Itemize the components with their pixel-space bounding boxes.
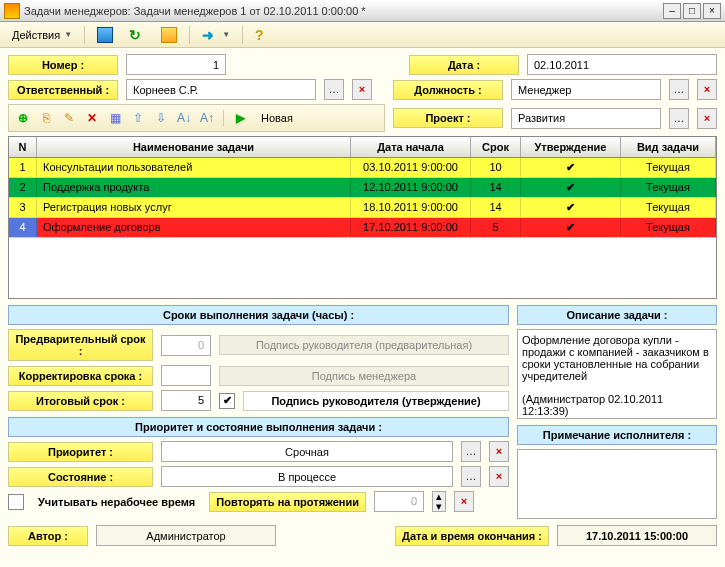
col-duration[interactable]: Срок: [471, 137, 521, 157]
project-label: Проект :: [393, 108, 503, 128]
cell-n: 2: [9, 178, 37, 197]
table-row[interactable]: 3Регистрация новых услуг18.10.2011 9:00:…: [9, 198, 716, 218]
refresh-button[interactable]: ↻: [123, 25, 151, 45]
repeat-clear-button[interactable]: ×: [454, 491, 474, 512]
table-row[interactable]: 1Консультации пользователей03.10.2011 9:…: [9, 158, 716, 178]
goto-button[interactable]: ➜▼: [196, 25, 236, 45]
project-field[interactable]: [511, 108, 661, 129]
state-label: Состояние :: [8, 467, 153, 487]
main-toolbar: Действия ▼ ↻ ➜▼ ?: [0, 22, 725, 48]
new-task-label: Новая: [253, 112, 301, 124]
position-select-button[interactable]: …: [669, 79, 689, 100]
end-label: Дата и время окончания :: [395, 526, 549, 546]
position-field[interactable]: [511, 79, 661, 100]
cell-date: 17.10.2011 9:00:00: [351, 218, 471, 237]
final-value[interactable]: 5: [161, 390, 211, 411]
cell-type: Текущая: [621, 198, 716, 217]
cell-n: 3: [9, 198, 37, 217]
responsible-label: Ответственный :: [8, 80, 118, 100]
note-box[interactable]: [517, 449, 717, 519]
nonwork-checkbox[interactable]: [8, 494, 24, 510]
col-date[interactable]: Дата начала: [351, 137, 471, 157]
minimize-button[interactable]: –: [663, 3, 681, 19]
number-label: Номер :: [8, 55, 118, 75]
description-section-header: Описание задачи :: [517, 305, 717, 325]
save-grid-button[interactable]: ▦: [105, 108, 125, 128]
state-select-button[interactable]: …: [461, 466, 481, 487]
project-select-button[interactable]: …: [669, 108, 689, 129]
app-icon: [4, 3, 20, 19]
edit-button[interactable]: ✎: [59, 108, 79, 128]
repeat-value[interactable]: 0: [374, 491, 424, 512]
table-row[interactable]: 4Оформление договорв17.10.2011 9:00:005✔…: [9, 218, 716, 238]
nonwork-label: Учитывать нерабочее время: [32, 493, 201, 511]
final-label: Итоговый срок :: [8, 391, 153, 411]
cell-approval: ✔: [521, 178, 621, 197]
position-clear-button[interactable]: ×: [697, 79, 717, 100]
description-meta: (Администратор 02.10.2011 12:13:39): [522, 393, 712, 417]
copy-row-button[interactable]: ⎘: [36, 108, 56, 128]
priority-field[interactable]: [161, 441, 453, 462]
cell-name: Консультации пользователей: [37, 158, 351, 177]
copy-button[interactable]: [155, 25, 183, 45]
author-field: [96, 525, 276, 546]
tasks-grid: N Наименование задачи Дата начала Срок У…: [8, 136, 717, 299]
number-field[interactable]: [126, 54, 226, 75]
repeat-spinner[interactable]: ▴▾: [432, 491, 446, 512]
move-down-button[interactable]: ⇩: [151, 108, 171, 128]
responsible-clear-button[interactable]: ×: [352, 79, 372, 100]
prelim-value[interactable]: 0: [161, 335, 211, 356]
timing-section-header: Сроки выполнения задачи (часы) :: [8, 305, 509, 325]
responsible-select-button[interactable]: …: [324, 79, 344, 100]
sort-desc-button[interactable]: A↑: [197, 108, 217, 128]
cell-duration: 5: [471, 218, 521, 237]
priority-label: Приоритет :: [8, 442, 153, 462]
priority-clear-button[interactable]: ×: [489, 441, 509, 462]
cell-approval: ✔: [521, 198, 621, 217]
actions-menu[interactable]: Действия ▼: [6, 27, 78, 43]
cell-date: 18.10.2011 9:00:00: [351, 198, 471, 217]
col-name[interactable]: Наименование задачи: [37, 137, 351, 157]
note-section-header: Примечание исполнителя :: [517, 425, 717, 445]
state-clear-button[interactable]: ×: [489, 466, 509, 487]
cell-n: 1: [9, 158, 37, 177]
maximize-button[interactable]: □: [683, 3, 701, 19]
move-up-button[interactable]: ⇧: [128, 108, 148, 128]
grid-toolbar: ⊕ ⎘ ✎ ✕ ▦ ⇧ ⇩ A↓ A↑ ▶ Новая: [8, 104, 385, 132]
responsible-field[interactable]: [126, 79, 316, 100]
cell-approval: ✔: [521, 158, 621, 177]
prelim-label: Предварительный срок :: [8, 329, 153, 361]
cell-n: 4: [9, 218, 37, 237]
sig1-label: Подпись руководителя (предварительная): [219, 335, 509, 355]
delete-button[interactable]: ✕: [82, 108, 102, 128]
state-field[interactable]: [161, 466, 453, 487]
chevron-down-icon: ▼: [64, 30, 72, 39]
help-button[interactable]: ?: [249, 25, 277, 45]
close-button[interactable]: ×: [703, 3, 721, 19]
date-field[interactable]: [527, 54, 717, 75]
col-approval[interactable]: Утверждение: [521, 137, 621, 157]
table-row[interactable]: 2Поддержка продукта12.10.2011 9:00:0014✔…: [9, 178, 716, 198]
description-box[interactable]: Оформление договора купли - продажи с ко…: [517, 329, 717, 419]
save-button[interactable]: [91, 25, 119, 45]
run-button[interactable]: ▶: [230, 108, 250, 128]
col-n[interactable]: N: [9, 137, 37, 157]
add-button[interactable]: ⊕: [13, 108, 33, 128]
cell-name: Оформление договорв: [37, 218, 351, 237]
window-title: Задачи менеджеров: Задачи менеджеров 1 о…: [24, 5, 663, 17]
cell-type: Текущая: [621, 178, 716, 197]
description-text: Оформление договора купли - продажи с ко…: [522, 334, 712, 382]
cell-name: Поддержка продукта: [37, 178, 351, 197]
project-clear-button[interactable]: ×: [697, 108, 717, 129]
priority-section-header: Приоритет и состояние выполнения задачи …: [8, 417, 509, 437]
col-type[interactable]: Вид задачи: [621, 137, 716, 157]
priority-select-button[interactable]: …: [461, 441, 481, 462]
cell-name: Регистрация новых услуг: [37, 198, 351, 217]
cell-approval: ✔: [521, 218, 621, 237]
end-field: [557, 525, 717, 546]
grid-header: N Наименование задачи Дата начала Срок У…: [9, 137, 716, 158]
final-checkbox[interactable]: ✔: [219, 393, 235, 409]
sort-asc-button[interactable]: A↓: [174, 108, 194, 128]
cell-date: 12.10.2011 9:00:00: [351, 178, 471, 197]
adjust-value[interactable]: [161, 365, 211, 386]
